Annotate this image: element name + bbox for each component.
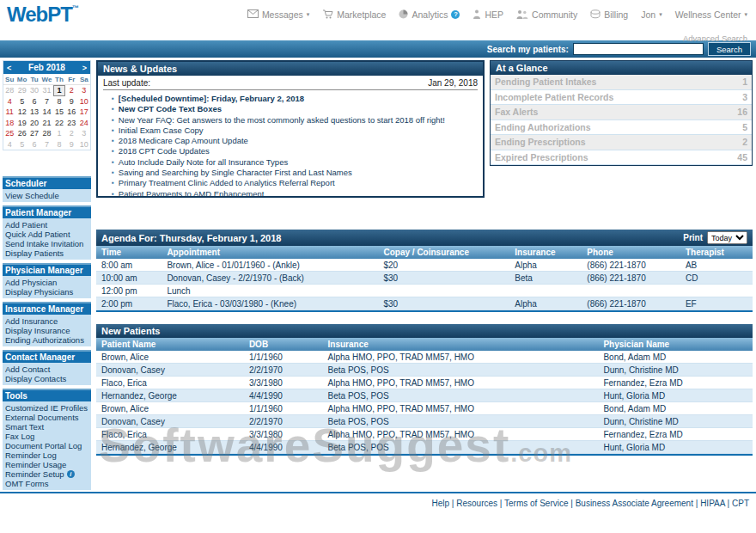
calendar-day[interactable]: 16	[65, 107, 77, 118]
calendar-day[interactable]: 24	[78, 118, 90, 129]
sidebar-link[interactable]: Reminder Usage	[5, 460, 88, 469]
footer-link[interactable]: Terms of Service	[497, 499, 568, 508]
sidebar-link[interactable]: Reminder Setupi	[5, 469, 88, 479]
calendar-day[interactable]: 4	[3, 139, 15, 150]
news-item[interactable]: ▪ New CPT Code Text Boxes	[112, 104, 478, 114]
patient-name[interactable]: Flaco, Erica	[96, 377, 244, 389]
calendar-day[interactable]: 25	[3, 128, 15, 139]
footer-link[interactable]: CPT	[725, 499, 749, 508]
news-item[interactable]: ▪ 2018 CPT Code Updates	[112, 146, 478, 156]
patient-name[interactable]: Donovan, Casey	[96, 364, 244, 377]
hep-link[interactable]: HEP	[472, 9, 503, 21]
help-badge-icon[interactable]: ?	[451, 10, 460, 19]
footer-link[interactable]: HIPAA	[693, 499, 725, 508]
footer-link[interactable]: Help	[432, 499, 450, 508]
print-button[interactable]: Print	[683, 233, 703, 242]
calendar-day[interactable]: 9	[65, 96, 77, 107]
calendar-day[interactable]: 6	[28, 139, 40, 150]
news-item[interactable]: ▪ Initial Exam Case Copy	[112, 126, 478, 136]
calendar-day[interactable]: 1	[53, 85, 65, 96]
agenda-appointment[interactable]: Brown, Alice - 01/01/1960 - (Ankle)	[162, 259, 378, 272]
glance-row[interactable]: Fax Alerts 16	[491, 105, 752, 120]
calendar-day[interactable]: 14	[40, 107, 52, 118]
sidebar-link[interactable]: Display Insurance	[5, 326, 88, 335]
calendar-day[interactable]: 7	[40, 139, 52, 150]
messages-menu[interactable]: Messages ▾	[247, 9, 309, 20]
calendar-day[interactable]: 28	[3, 85, 15, 96]
agenda-appointment[interactable]: Donovan, Casey - 2/2/1970 - (Back)	[162, 272, 378, 285]
calendar-day[interactable]: 20	[28, 118, 40, 129]
agenda-appointment[interactable]: Flaco, Erica - 03/03/1980 - (Knee)	[162, 297, 378, 310]
calendar-day[interactable]: 15	[53, 107, 65, 118]
user-menu[interactable]: Jon ▾	[641, 9, 662, 20]
sidebar-link[interactable]: Document Portal Log	[5, 441, 88, 450]
news-item[interactable]: ▪ [Scheduled Downtime]: Friday, February…	[112, 94, 478, 104]
calendar-day[interactable]: 12	[15, 107, 27, 118]
calendar-day[interactable]: 18	[3, 118, 15, 129]
calendar-day[interactable]: 10	[78, 96, 90, 107]
calendar-day[interactable]: 4	[3, 96, 15, 107]
footer-link[interactable]: Business Associate Agreement	[569, 499, 693, 508]
calendar-day[interactable]: 17	[78, 107, 90, 118]
patient-search-input[interactable]	[573, 43, 704, 55]
calendar-day[interactable]: 28	[40, 128, 52, 139]
patient-name[interactable]: Brown, Alice	[96, 351, 244, 364]
calendar-next-icon[interactable]: >	[82, 64, 87, 72]
calendar-day[interactable]: 13	[28, 107, 40, 118]
calendar-day[interactable]: 3	[78, 85, 90, 96]
sidebar-link[interactable]: Add Insurance	[5, 316, 88, 326]
patient-name[interactable]: Hernandez, George	[96, 389, 244, 402]
calendar-day[interactable]: 31	[40, 85, 52, 96]
calendar-day[interactable]: 11	[3, 107, 15, 118]
patient-name[interactable]: Flaco, Erica	[96, 428, 244, 441]
calendar-day[interactable]: 2	[65, 85, 77, 96]
sidebar-link[interactable]: Smart Text	[5, 422, 88, 432]
glance-row[interactable]: Incomplete Patient Records 3	[491, 90, 752, 106]
search-button[interactable]: Search	[708, 42, 751, 56]
wellness-center-menu[interactable]: Wellness Center ▾	[675, 9, 747, 20]
calendar-day[interactable]: 9	[65, 139, 77, 150]
calendar-day[interactable]: 27	[28, 128, 40, 139]
glance-row[interactable]: Ending Authorizations 5	[491, 120, 752, 136]
sidebar-link[interactable]: Add Contact	[5, 365, 88, 374]
calendar-day[interactable]: 6	[28, 96, 40, 107]
sidebar-link[interactable]: Customized IE Profiles	[5, 403, 88, 413]
sidebar-link[interactable]: Fax Log	[5, 432, 88, 441]
calendar-day[interactable]: 10	[78, 139, 90, 150]
calendar-day[interactable]: 21	[40, 118, 52, 129]
patient-name[interactable]: Brown, Alice	[96, 402, 244, 415]
sidebar-link[interactable]: Display Contacts	[5, 374, 88, 383]
calendar-day[interactable]: 3	[78, 128, 90, 139]
sidebar-link[interactable]: Reminder Log	[5, 450, 88, 460]
webpt-logo[interactable]: WebPT™	[7, 3, 79, 27]
news-item[interactable]: ▪ New Year FAQ: Get answers to the most …	[112, 115, 478, 126]
calendar-day[interactable]: 1	[53, 128, 65, 139]
calendar-day[interactable]: 19	[15, 118, 27, 129]
sidebar-link[interactable]: Display Physicians	[5, 287, 88, 297]
sidebar-link[interactable]: External Documents	[5, 413, 88, 422]
news-item[interactable]: ▪ Saving and Searching by Single Charact…	[112, 168, 478, 178]
sidebar-link[interactable]: Ending Authorizations	[5, 335, 88, 345]
news-item[interactable]: ▪ Patient Payments to AMD Enhancement	[112, 189, 478, 198]
calendar-day[interactable]: 7	[40, 96, 52, 107]
glance-row[interactable]: Ending Prescriptions 2	[491, 135, 752, 150]
patient-name[interactable]: Donovan, Casey	[96, 415, 244, 428]
sidebar-link[interactable]: Add Patient	[5, 220, 88, 230]
agenda-range-select[interactable]: Today	[707, 231, 747, 244]
news-item[interactable]: ▪ Primary Treatment Clinic Added to Anal…	[112, 178, 478, 188]
sidebar-link[interactable]: Display Patients	[5, 248, 88, 258]
calendar-day[interactable]: 22	[53, 118, 65, 129]
calendar-day[interactable]: 30	[28, 85, 40, 96]
agenda-appointment[interactable]: Lunch	[162, 285, 378, 297]
news-item[interactable]: ▪ Auto Include Daily Note for all Insura…	[112, 157, 478, 168]
patient-name[interactable]: Hernandez, George	[96, 441, 244, 454]
news-item[interactable]: ▪ 2018 Medicare Cap Amount Update	[112, 136, 478, 146]
glance-row[interactable]: Pending Patient Intakes 1	[491, 75, 752, 90]
calendar-day[interactable]: 8	[53, 139, 65, 150]
calendar-day[interactable]: 5	[15, 139, 27, 150]
calendar-day[interactable]: 29	[15, 85, 27, 96]
glance-row[interactable]: Expired Prescriptions 45	[491, 150, 752, 166]
calendar-day[interactable]: 23	[65, 118, 77, 129]
calendar-prev-icon[interactable]: <	[7, 64, 11, 72]
sidebar-link[interactable]: Send Intake Invitation	[5, 239, 88, 248]
